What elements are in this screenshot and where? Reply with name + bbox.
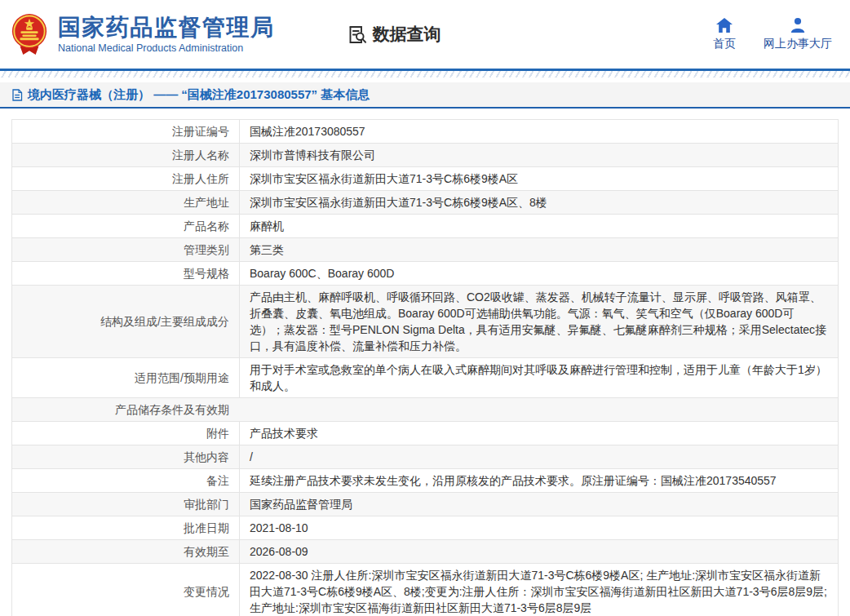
national-emblem-icon	[11, 12, 48, 56]
document-icon	[11, 89, 23, 101]
row-value-text: 2021-08-10	[250, 520, 308, 536]
row-label: 注册证编号	[12, 120, 239, 143]
nav-service-hall-label: 网上办事大厅	[764, 37, 832, 51]
table-row: 生产地址 深圳市宝安区福永街道新田大道71-3号C栋6楼9楼A区、8楼	[12, 191, 838, 215]
row-label: 型号规格	[12, 262, 239, 285]
row-value-text: 麻醉机	[250, 218, 284, 234]
row-value-text: 用于对手术室或急救室的单个病人在吸入式麻醉期间对其呼吸及麻醉进行管理和控制，适用…	[250, 361, 828, 394]
row-label: 有效期至	[12, 540, 239, 563]
table-row: 其他内容 /	[12, 445, 838, 469]
row-label: 变更情况	[12, 564, 239, 616]
row-value: 深圳市普博科技有限公司	[239, 144, 838, 166]
row-label: 产品储存条件及有效期	[12, 398, 239, 421]
row-value-text: 国家药品监督管理局	[250, 496, 352, 512]
table-row: 结构及组成/主要组成成分 产品由主机、麻醉呼吸机、呼吸循环回路、CO2吸收罐、蒸…	[12, 286, 838, 358]
row-value-text: 产品技术要求	[250, 425, 318, 441]
table-row: 产品名称 麻醉机	[12, 215, 838, 238]
row-label: 批准日期	[12, 516, 239, 539]
row-value-text: /	[250, 449, 253, 465]
row-value: 2026-08-09	[239, 540, 838, 563]
row-value: Boaray 600C、Boaray 600D	[239, 262, 838, 285]
table-row: 批准日期 2021-08-10	[12, 516, 838, 540]
data-query-label: 数据查询	[373, 23, 441, 46]
brand-text: 国家药品监督管理局 National Medical Products Admi…	[58, 15, 275, 54]
table-row: 适用范围/预期用途 用于对手术室或急救室的单个病人在吸入式麻醉期间对其呼吸及麻醉…	[12, 358, 838, 398]
row-value: 国械注准20173080557	[239, 120, 838, 143]
data-query-icon	[347, 24, 369, 46]
table-row: 注册人名称 深圳市普博科技有限公司	[12, 144, 838, 167]
table-row: 产品储存条件及有效期	[12, 398, 838, 422]
top-nav: 首页 网上办事大厅	[713, 17, 832, 51]
nav-home-label: 首页	[713, 37, 736, 51]
org-name-en: National Medical Products Administration	[58, 42, 275, 54]
row-label: 注册人住所	[12, 167, 239, 190]
row-label: 管理类别	[12, 238, 239, 261]
row-label: 备注	[12, 469, 239, 492]
row-value	[239, 398, 838, 421]
row-label: 结构及组成/主要组成成分	[12, 286, 239, 357]
row-value-text: 第三类	[250, 242, 284, 258]
person-icon	[789, 17, 807, 33]
table-row: 有效期至 2026-08-09	[12, 540, 838, 564]
table-row: 附件 产品技术要求	[12, 422, 838, 445]
row-value: /	[239, 445, 838, 468]
row-value: 产品由主机、麻醉呼吸机、呼吸循环回路、CO2吸收罐、蒸发器、机械转子流量计、显示…	[239, 286, 838, 357]
nav-home[interactable]: 首页	[713, 17, 736, 51]
home-icon	[715, 17, 733, 33]
row-value: 2022-08-30 注册人住所:深圳市宝安区福永街道新田大道71-3号C栋6楼…	[239, 564, 838, 616]
table-row: 审批部门 国家药品监督管理局	[12, 493, 838, 516]
row-value: 用于对手术室或急救室的单个病人在吸入式麻醉期间对其呼吸及麻醉进行管理和控制，适用…	[239, 358, 838, 397]
breadcrumb: 境内医疗器械（注册） —— “国械注准20173080557” 基本信息	[0, 82, 850, 109]
org-name-cn: 国家药品监督管理局	[58, 15, 275, 41]
row-value-text: 2022-08-30 注册人住所:深圳市宝安区福永街道新田大道71-3号C栋6楼…	[250, 567, 828, 616]
row-value-text: 产品由主机、麻醉呼吸机、呼吸循环回路、CO2吸收罐、蒸发器、机械转子流量计、显示…	[250, 289, 828, 354]
brand-logo-link[interactable]: 国家药品监督管理局 National Medical Products Admi…	[11, 12, 275, 56]
row-value-text: Boaray 600C、Boaray 600D	[250, 265, 394, 281]
data-query-section[interactable]: 数据查询	[347, 23, 441, 46]
row-value: 第三类	[239, 238, 838, 261]
row-value: 产品技术要求	[239, 422, 838, 445]
table-row: 注册人住所 深圳市宝安区福永街道新田大道71-3号C栋6楼9楼A区	[12, 167, 838, 191]
row-value: 2021-08-10	[239, 516, 838, 539]
row-label: 其他内容	[12, 445, 239, 468]
row-value-text: 2026-08-09	[250, 543, 308, 560]
row-label: 注册人名称	[12, 144, 239, 166]
breadcrumb-text: 境内医疗器械（注册） —— “国械注准20173080557” 基本信息	[28, 87, 370, 103]
table-row: 型号规格 Boaray 600C、Boaray 600D	[12, 262, 838, 286]
row-value-text: 延续注册产品技术要求未发生变化，沿用原核发的产品技术要求。原注册证编号：国械注准…	[250, 472, 777, 489]
registration-info-table: 注册证编号 国械注准20173080557 注册人名称 深圳市普博科技有限公司 …	[11, 119, 839, 616]
row-value-text: 国械注准20173080557	[250, 123, 365, 140]
table-row: 注册证编号 国械注准20173080557	[12, 120, 838, 144]
row-value: 国家药品监督管理局	[239, 493, 838, 516]
row-value: 深圳市宝安区福永街道新田大道71-3号C栋6楼9楼A区、8楼	[239, 191, 838, 214]
table-row: 变更情况 2022-08-30 注册人住所:深圳市宝安区福永街道新田大道71-3…	[12, 564, 838, 616]
table-row: 管理类别 第三类	[12, 238, 838, 262]
site-header: 国家药品监督管理局 National Medical Products Admi…	[0, 0, 850, 69]
row-label: 审批部门	[12, 493, 239, 516]
header-hatch-strip	[0, 71, 850, 78]
row-label: 适用范围/预期用途	[12, 358, 239, 397]
row-value: 延续注册产品技术要求未发生变化，沿用原核发的产品技术要求。原注册证编号：国械注准…	[239, 469, 838, 492]
row-value-text: 深圳市宝安区福永街道新田大道71-3号C栋6楼9楼A区、8楼	[250, 194, 547, 211]
row-value-text: 深圳市普博科技有限公司	[250, 147, 375, 163]
row-label: 附件	[12, 422, 239, 445]
row-label: 生产地址	[12, 191, 239, 214]
row-value: 深圳市宝安区福永街道新田大道71-3号C栋6楼9楼A区	[239, 167, 838, 190]
row-value: 麻醉机	[239, 215, 838, 237]
row-label: 产品名称	[12, 215, 239, 237]
row-value-text: 深圳市宝安区福永街道新田大道71-3号C栋6楼9楼A区	[250, 171, 518, 187]
table-row: 备注 延续注册产品技术要求未发生变化，沿用原核发的产品技术要求。原注册证编号：国…	[12, 469, 838, 493]
nav-service-hall[interactable]: 网上办事大厅	[764, 17, 832, 51]
